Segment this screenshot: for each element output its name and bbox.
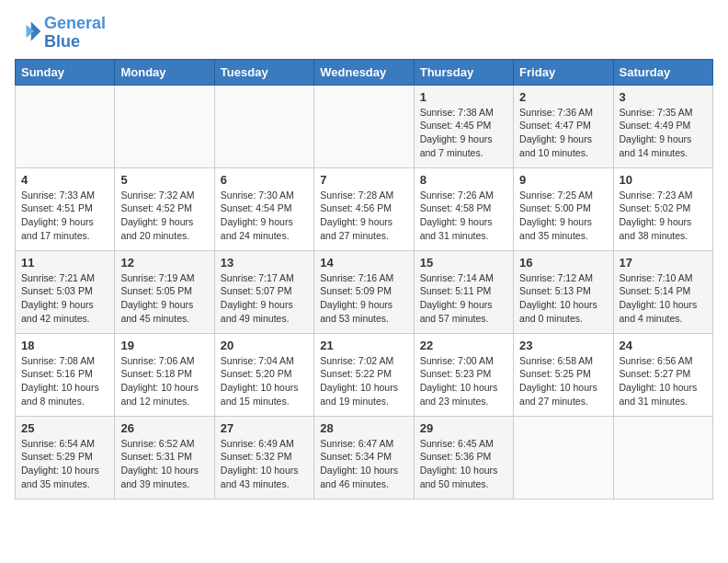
column-headers-row: SundayMondayTuesdayWednesdayThursdayFrid… (16, 59, 713, 85)
day-number: 14 (320, 256, 407, 270)
column-header-monday: Monday (115, 59, 214, 85)
day-number: 9 (519, 173, 607, 187)
calendar-cell: 4Sunrise: 7:33 AM Sunset: 4:51 PM Daylig… (16, 167, 115, 250)
day-number: 12 (120, 256, 208, 270)
calendar-cell: 18Sunrise: 7:08 AM Sunset: 5:16 PM Dayli… (16, 333, 115, 416)
day-number: 15 (420, 256, 507, 270)
day-number: 2 (519, 90, 607, 104)
day-number: 20 (221, 339, 308, 352)
calendar-cell: 10Sunrise: 7:23 AM Sunset: 5:02 PM Dayli… (613, 167, 712, 250)
day-number: 21 (320, 339, 407, 352)
day-detail: Sunrise: 7:28 AM Sunset: 4:56 PM Dayligh… (320, 190, 393, 241)
week-row-4: 18Sunrise: 7:08 AM Sunset: 5:16 PM Dayli… (16, 333, 713, 416)
calendar-cell: 3Sunrise: 7:35 AM Sunset: 4:49 PM Daylig… (613, 85, 712, 167)
calendar-cell: 26Sunrise: 6:52 AM Sunset: 5:31 PM Dayli… (115, 416, 214, 499)
day-detail: Sunrise: 7:32 AM Sunset: 4:52 PM Dayligh… (120, 190, 194, 241)
calendar-body: 1Sunrise: 7:38 AM Sunset: 4:45 PM Daylig… (16, 85, 713, 499)
calendar-table: SundayMondayTuesdayWednesdayThursdayFrid… (15, 59, 713, 500)
day-detail: Sunrise: 6:54 AM Sunset: 5:29 PM Dayligh… (21, 438, 99, 489)
day-number: 27 (221, 421, 308, 435)
calendar-cell: 2Sunrise: 7:36 AM Sunset: 4:47 PM Daylig… (514, 85, 613, 167)
calendar-cell: 27Sunrise: 6:49 AM Sunset: 5:32 PM Dayli… (214, 416, 313, 499)
column-header-thursday: Thursday (414, 59, 513, 85)
day-detail: Sunrise: 6:49 AM Sunset: 5:32 PM Dayligh… (221, 438, 299, 489)
day-detail: Sunrise: 6:58 AM Sunset: 5:25 PM Dayligh… (519, 355, 597, 407)
calendar-cell: 5Sunrise: 7:32 AM Sunset: 4:52 PM Daylig… (115, 167, 214, 250)
day-detail: Sunrise: 7:33 AM Sunset: 4:51 PM Dayligh… (21, 190, 95, 241)
calendar-cell: 23Sunrise: 6:58 AM Sunset: 5:25 PM Dayli… (514, 333, 613, 416)
day-number: 8 (420, 173, 507, 187)
day-number: 5 (120, 173, 208, 187)
column-header-tuesday: Tuesday (214, 59, 313, 85)
day-detail: Sunrise: 6:45 AM Sunset: 5:36 PM Dayligh… (420, 438, 498, 489)
day-number: 23 (519, 339, 607, 352)
day-detail: Sunrise: 6:47 AM Sunset: 5:34 PM Dayligh… (320, 438, 398, 489)
day-number: 19 (120, 339, 208, 352)
day-detail: Sunrise: 7:06 AM Sunset: 5:18 PM Dayligh… (120, 355, 199, 407)
day-number: 28 (320, 421, 407, 435)
day-number: 13 (221, 256, 308, 270)
column-header-friday: Friday (514, 59, 613, 85)
day-number: 22 (420, 339, 507, 352)
day-detail: Sunrise: 7:25 AM Sunset: 5:00 PM Dayligh… (519, 190, 593, 241)
day-detail: Sunrise: 7:30 AM Sunset: 4:54 PM Dayligh… (221, 190, 294, 241)
day-detail: Sunrise: 7:16 AM Sunset: 5:09 PM Dayligh… (320, 272, 393, 324)
day-detail: Sunrise: 7:38 AM Sunset: 4:45 PM Dayligh… (420, 107, 494, 158)
day-number: 1 (420, 90, 507, 104)
calendar-cell: 11Sunrise: 7:21 AM Sunset: 5:03 PM Dayli… (16, 250, 115, 333)
day-number: 10 (620, 173, 707, 187)
day-detail: Sunrise: 7:36 AM Sunset: 4:47 PM Dayligh… (519, 107, 593, 158)
calendar-cell: 24Sunrise: 6:56 AM Sunset: 5:27 PM Dayli… (613, 333, 712, 416)
calendar-cell: 6Sunrise: 7:30 AM Sunset: 4:54 PM Daylig… (214, 167, 313, 250)
calendar-cell (16, 85, 115, 167)
week-row-1: 1Sunrise: 7:38 AM Sunset: 4:45 PM Daylig… (16, 85, 713, 167)
day-detail: Sunrise: 7:08 AM Sunset: 5:16 PM Dayligh… (21, 355, 99, 407)
column-header-sunday: Sunday (16, 59, 115, 85)
column-header-wednesday: Wednesday (314, 59, 414, 85)
calendar-cell (613, 416, 712, 499)
column-header-saturday: Saturday (613, 59, 712, 85)
calendar-cell: 8Sunrise: 7:26 AM Sunset: 4:58 PM Daylig… (414, 167, 513, 250)
day-detail: Sunrise: 7:14 AM Sunset: 5:11 PM Dayligh… (420, 272, 494, 324)
calendar-cell (314, 85, 414, 167)
day-detail: Sunrise: 7:02 AM Sunset: 5:22 PM Dayligh… (320, 355, 398, 407)
calendar-cell: 17Sunrise: 7:10 AM Sunset: 5:14 PM Dayli… (613, 250, 712, 333)
calendar-cell: 16Sunrise: 7:12 AM Sunset: 5:13 PM Dayli… (514, 250, 613, 333)
day-detail: Sunrise: 7:21 AM Sunset: 5:03 PM Dayligh… (21, 272, 95, 324)
calendar-cell: 12Sunrise: 7:19 AM Sunset: 5:05 PM Dayli… (115, 250, 214, 333)
calendar-cell: 19Sunrise: 7:06 AM Sunset: 5:18 PM Dayli… (115, 333, 214, 416)
day-number: 3 (620, 90, 707, 104)
calendar-cell (514, 416, 613, 499)
day-detail: Sunrise: 6:56 AM Sunset: 5:27 PM Dayligh… (620, 355, 698, 407)
day-number: 4 (21, 173, 108, 187)
day-number: 29 (420, 421, 507, 435)
calendar-cell: 20Sunrise: 7:04 AM Sunset: 5:20 PM Dayli… (214, 333, 313, 416)
day-number: 18 (21, 339, 108, 352)
calendar-cell (214, 85, 313, 167)
day-detail: Sunrise: 7:26 AM Sunset: 4:58 PM Dayligh… (420, 190, 494, 241)
calendar-cell: 13Sunrise: 7:17 AM Sunset: 5:07 PM Dayli… (214, 250, 313, 333)
calendar-cell: 25Sunrise: 6:54 AM Sunset: 5:29 PM Dayli… (16, 416, 115, 499)
day-detail: Sunrise: 7:19 AM Sunset: 5:05 PM Dayligh… (120, 272, 194, 324)
week-row-3: 11Sunrise: 7:21 AM Sunset: 5:03 PM Dayli… (16, 250, 713, 333)
logo: GeneralBlue (15, 15, 106, 52)
day-number: 6 (221, 173, 308, 187)
day-detail: Sunrise: 7:00 AM Sunset: 5:23 PM Dayligh… (420, 355, 498, 407)
day-number: 26 (120, 421, 208, 435)
day-detail: Sunrise: 7:35 AM Sunset: 4:49 PM Dayligh… (620, 107, 693, 158)
day-number: 25 (21, 421, 108, 435)
day-number: 7 (320, 173, 407, 187)
page-header: GeneralBlue (15, 15, 713, 52)
day-detail: Sunrise: 7:10 AM Sunset: 5:14 PM Dayligh… (620, 272, 698, 324)
week-row-2: 4Sunrise: 7:33 AM Sunset: 4:51 PM Daylig… (16, 167, 713, 250)
week-row-5: 25Sunrise: 6:54 AM Sunset: 5:29 PM Dayli… (16, 416, 713, 499)
calendar-cell: 21Sunrise: 7:02 AM Sunset: 5:22 PM Dayli… (314, 333, 414, 416)
calendar-cell: 9Sunrise: 7:25 AM Sunset: 5:00 PM Daylig… (514, 167, 613, 250)
day-detail: Sunrise: 7:23 AM Sunset: 5:02 PM Dayligh… (620, 190, 693, 241)
day-number: 16 (519, 256, 607, 270)
calendar-cell: 1Sunrise: 7:38 AM Sunset: 4:45 PM Daylig… (414, 85, 513, 167)
day-detail: Sunrise: 6:52 AM Sunset: 5:31 PM Dayligh… (120, 438, 199, 489)
day-detail: Sunrise: 7:12 AM Sunset: 5:13 PM Dayligh… (519, 272, 597, 324)
day-number: 24 (620, 339, 707, 352)
calendar-cell: 29Sunrise: 6:45 AM Sunset: 5:36 PM Dayli… (414, 416, 513, 499)
